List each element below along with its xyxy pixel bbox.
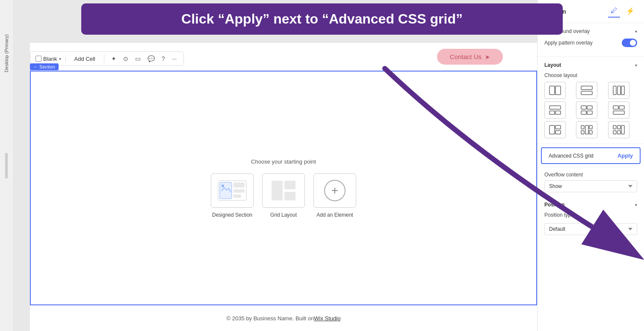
- svg-rect-13: [581, 91, 592, 95]
- add-element-option[interactable]: + Add an Element: [313, 173, 356, 218]
- svg-rect-22: [581, 111, 586, 114]
- position-type-select[interactable]: Default Fixed Sticky: [544, 223, 637, 235]
- blank-selector[interactable]: Blank ▾: [35, 56, 66, 62]
- layout-option-1[interactable]: [544, 82, 566, 99]
- more-button[interactable]: ···: [170, 54, 178, 63]
- svg-rect-34: [589, 131, 592, 134]
- page-footer: © 2035 by Business Name. Built on Wix St…: [30, 305, 537, 331]
- overflow-content-section: Overflow content Show Hide: [538, 167, 644, 197]
- left-sidebar: Desktop (Primary): [0, 0, 13, 331]
- design-tab-icon: 🖊: [611, 7, 617, 14]
- layout-option-8[interactable]: [576, 121, 597, 138]
- panel-tabs: 🖊 ⚡: [608, 5, 637, 18]
- position-type-label: Position type: [544, 212, 637, 218]
- add-cell-button[interactable]: Add Cell: [71, 55, 99, 63]
- grid-layout-label: Grid Layout: [270, 212, 297, 218]
- svg-rect-12: [581, 86, 592, 89]
- grid-layout-option[interactable]: Grid Layout: [262, 173, 305, 218]
- right-panel: Section 🖊 ⚡ Background overlay ▾ Apply p…: [537, 0, 644, 331]
- blank-chevron-icon: ▾: [59, 57, 61, 61]
- help-button[interactable]: ?: [160, 54, 167, 63]
- svg-rect-14: [613, 86, 616, 95]
- svg-point-6: [222, 185, 224, 187]
- sparkle-button[interactable]: ✦: [109, 54, 118, 63]
- layers-button[interactable]: ⊙: [121, 54, 130, 63]
- svg-rect-28: [555, 125, 561, 129]
- svg-rect-19: [555, 111, 561, 114]
- starting-point-label: Choose your starting point: [251, 158, 316, 165]
- advanced-css-grid-section: Advanced CSS grid Apply: [538, 147, 644, 164]
- position-section: Position ▾ Position type Default Fixed S…: [538, 197, 644, 240]
- comment-button[interactable]: 💬: [146, 54, 157, 63]
- svg-rect-11: [555, 86, 561, 95]
- svg-rect-5: [233, 194, 241, 198]
- section-content: Choose your starting point D: [30, 71, 537, 305]
- svg-rect-18: [549, 111, 555, 114]
- layout-option-5[interactable]: [576, 101, 597, 119]
- svg-rect-30: [581, 125, 584, 129]
- background-overlay-chevron-icon[interactable]: ▾: [635, 29, 637, 34]
- svg-rect-16: [621, 86, 624, 95]
- apply-button[interactable]: Apply: [617, 152, 633, 159]
- layout-header-row: Layout ▾: [544, 62, 637, 68]
- svg-rect-35: [613, 125, 616, 129]
- svg-rect-29: [555, 131, 561, 134]
- svg-rect-38: [613, 131, 616, 134]
- svg-rect-36: [617, 125, 620, 129]
- svg-rect-15: [617, 86, 620, 95]
- overflow-select[interactable]: Show Hide: [544, 180, 637, 192]
- position-chevron-icon[interactable]: ▾: [635, 203, 637, 207]
- grid-layout-box: [262, 173, 305, 208]
- layout-button[interactable]: ▭: [133, 54, 142, 63]
- layout-option-3[interactable]: [608, 82, 629, 99]
- svg-rect-23: [587, 111, 592, 114]
- overflow-label: Overflow content: [544, 172, 637, 178]
- section-tag[interactable]: ← Section: [30, 63, 59, 70]
- layout-option-4[interactable]: [544, 101, 566, 119]
- svg-rect-27: [549, 125, 555, 134]
- layout-option-7[interactable]: [544, 121, 566, 138]
- editor-area: Blank ▾ Add Cell ✦ ⊙ ▭ 💬 ? ··· ← Section…: [13, 0, 537, 331]
- svg-rect-20: [581, 106, 586, 109]
- starting-options: Designed Section Grid Layout + Ad: [211, 173, 356, 218]
- apply-pattern-toggle[interactable]: [622, 39, 637, 47]
- layout-option-6[interactable]: [608, 101, 629, 119]
- svg-rect-10: [549, 86, 555, 95]
- advanced-css-label: Advanced CSS grid: [549, 153, 594, 159]
- add-element-icon: +: [324, 180, 346, 201]
- add-element-box: +: [313, 173, 356, 208]
- svg-rect-4: [233, 189, 245, 193]
- contact-us-button[interactable]: Contact Us ➤: [437, 49, 503, 65]
- svg-rect-21: [587, 106, 592, 109]
- choose-layout-label: Choose layout: [544, 72, 637, 78]
- tab-lightning[interactable]: ⚡: [623, 5, 637, 18]
- desktop-label: Desktop (Primary): [4, 34, 9, 72]
- designed-section-box: [211, 173, 254, 208]
- svg-rect-17: [549, 106, 561, 109]
- add-element-label: Add an Element: [316, 212, 353, 218]
- resize-handle[interactable]: [5, 153, 8, 179]
- apply-pattern-row: Apply pattern overlay: [544, 39, 637, 47]
- wix-studio-link[interactable]: Wix Studio: [314, 315, 340, 322]
- position-label: Position: [544, 202, 564, 208]
- grid-layout-icon: [271, 180, 296, 201]
- svg-rect-9: [284, 192, 295, 200]
- layout-grid: [544, 82, 637, 138]
- layout-label: Layout: [544, 62, 561, 68]
- tab-design[interactable]: 🖊: [608, 5, 620, 18]
- svg-rect-24: [613, 106, 618, 109]
- blank-label: Blank: [43, 56, 57, 62]
- svg-rect-26: [613, 111, 624, 114]
- layout-option-9[interactable]: [608, 121, 629, 138]
- advanced-css-row: Advanced CSS grid Apply: [541, 147, 641, 164]
- layout-chevron-icon[interactable]: ▾: [635, 63, 637, 68]
- svg-rect-7: [272, 181, 283, 200]
- designed-section-option[interactable]: Designed Section: [211, 173, 254, 218]
- send-icon: ➤: [485, 54, 490, 60]
- layout-option-2[interactable]: [576, 82, 597, 99]
- svg-rect-32: [589, 125, 592, 129]
- svg-rect-25: [619, 106, 624, 109]
- svg-rect-37: [621, 125, 624, 134]
- svg-rect-8: [284, 181, 295, 189]
- footer-text: © 2035 by Business Name. Built on: [227, 315, 314, 322]
